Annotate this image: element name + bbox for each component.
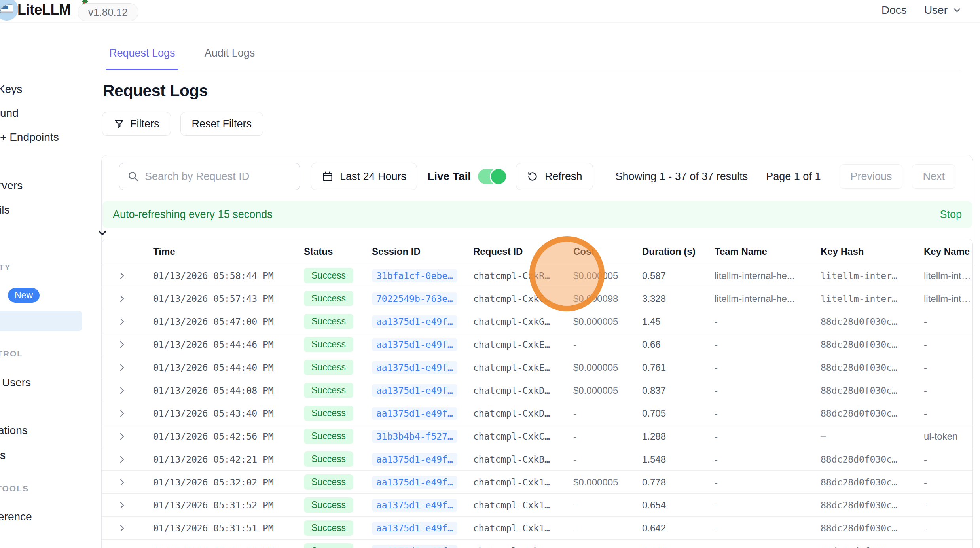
cell-status: Success (297, 383, 364, 398)
table-row[interactable]: 01/13/2026 05:31:52 PM Success aa1375d1-… (102, 494, 972, 517)
sidebar-item-servers[interactable]: rvers (0, 179, 23, 192)
cell-request-id: chatcmpl-CxkE… (467, 339, 566, 350)
sidebar-item-organizations[interactable]: ations (0, 424, 28, 437)
sidebar-item-models-endpoints[interactable]: + Endpoints (0, 131, 59, 144)
search-input[interactable] (145, 171, 287, 183)
sidebar-item-teams[interactable]: s (0, 449, 6, 462)
time-range-button[interactable]: Last 24 Hours (311, 163, 417, 190)
session-id-link[interactable]: aa1375d1-e49f… (372, 338, 457, 351)
column-header-key-name: Key Name (918, 246, 972, 257)
row-expand-button[interactable] (102, 340, 143, 349)
tab-request-logs[interactable]: Request Logs (106, 47, 178, 70)
sidebar-item-internal-users[interactable]: Users (2, 376, 31, 389)
table-row[interactable]: 01/13/2026 05:44:46 PM Success aa1375d1-… (102, 333, 972, 356)
row-expand-button[interactable] (102, 432, 143, 441)
cell-status: Success (297, 268, 364, 283)
sidebar-item-keys[interactable]: Keys (0, 83, 22, 96)
table-row[interactable]: 01/13/2026 05:42:56 PM Success 31b3b4b4-… (102, 425, 972, 448)
sidebar-item-playground[interactable]: und (0, 107, 19, 119)
cell-time: 01/13/2026 05:42:56 PM (143, 431, 297, 442)
sidebar-item-api-reference[interactable]: erence (0, 510, 32, 523)
row-expand-button[interactable] (102, 409, 143, 418)
row-expand-button[interactable] (102, 363, 143, 372)
sidebar-item-logs-selected[interactable] (0, 311, 82, 331)
user-menu[interactable]: User (924, 4, 963, 17)
cell-session-id: aa1375d1-e49f… (364, 384, 467, 397)
filters-button[interactable]: Filters (102, 112, 171, 136)
table-row[interactable]: 01/13/2026 05:44:08 PM Success aa1375d1-… (102, 379, 972, 402)
docs-link[interactable]: Docs (881, 4, 907, 17)
column-header-cost: Cost (566, 246, 633, 257)
chevron-right-icon (117, 386, 127, 395)
status-badge: Success (304, 268, 353, 283)
row-expand-button[interactable] (102, 386, 143, 395)
session-id-link[interactable]: aa1375d1-e49f… (372, 315, 457, 328)
table-body: 01/13/2026 05:58:44 PM Success 31bfa1cf-… (102, 264, 972, 548)
cell-key-hash: 88dc28d0f030c… (815, 546, 918, 548)
cell-request-id: chatcmpl-Cxk1… (467, 523, 566, 533)
cell-cost: - (566, 454, 633, 465)
session-id-link[interactable]: aa1375d1-e49f… (372, 384, 457, 397)
cell-cost: - (566, 339, 633, 350)
table-row[interactable]: 01/13/2026 05:47:00 PM Success aa1375d1-… (102, 310, 972, 333)
row-expand-button[interactable] (102, 546, 143, 548)
user-menu-label: User (924, 4, 948, 17)
reset-filters-button[interactable]: Reset Filters (180, 112, 263, 136)
cell-request-id: chatcmpl-CxkD… (467, 408, 566, 419)
row-expand-button[interactable] (102, 501, 143, 510)
session-id-link[interactable]: aa1375d1-e49f… (372, 545, 457, 548)
cell-key-name: litellm-int… (918, 270, 972, 281)
session-id-link[interactable]: aa1375d1-e49f… (372, 453, 457, 466)
cell-status: Success (297, 474, 364, 490)
search-box[interactable] (119, 163, 300, 190)
table-row[interactable]: 01/13/2026 05:43:40 PM Success aa1375d1-… (102, 402, 972, 425)
refresh-button[interactable]: Refresh (516, 163, 593, 190)
next-page-button[interactable]: Next (912, 164, 955, 189)
session-id-link[interactable]: aa1375d1-e49f… (372, 522, 457, 535)
sidebar-item-guardrails[interactable]: ils (0, 204, 9, 216)
cell-key-name: - (918, 339, 972, 350)
previous-page-button[interactable]: Previous (840, 164, 902, 189)
table-row[interactable]: 01/13/2026 05:42:21 PM Success aa1375d1-… (102, 448, 972, 471)
status-badge: Success (304, 520, 353, 536)
session-id-link[interactable]: 31bfa1cf-0ebe… (372, 269, 457, 282)
cell-team-name: - (708, 431, 815, 442)
sidebar-collapse-chevron-icon[interactable] (97, 227, 108, 239)
session-id-link[interactable]: aa1375d1-e49f… (372, 361, 457, 374)
cell-status: Success (297, 520, 364, 536)
cell-status: Success (297, 360, 364, 375)
cell-team-name: - (708, 546, 815, 548)
row-expand-button[interactable] (102, 455, 143, 464)
row-expand-button[interactable] (102, 478, 143, 487)
status-badge: Success (304, 383, 353, 398)
cell-session-id: aa1375d1-e49f… (364, 522, 467, 535)
table-row[interactable]: 01/13/2026 05:44:40 PM Success aa1375d1-… (102, 356, 972, 379)
sidebar-section-tools: TOOLS (0, 484, 29, 493)
table-row[interactable]: 01/13/2026 05:57:43 PM Success 7022549b-… (102, 287, 972, 310)
cell-session-id: aa1375d1-e49f… (364, 453, 467, 466)
table-row[interactable]: 01/13/2026 05:31:51 PM Success aa1375d1-… (102, 517, 972, 540)
row-expand-button[interactable] (102, 523, 143, 533)
sidebar-section-access-control: TROL (0, 349, 23, 358)
cell-team-name: - (708, 316, 815, 327)
table-row[interactable]: 01/13/2026 05:31:38 PM Success aa1375d1-… (102, 540, 972, 548)
row-expand-button[interactable] (102, 294, 143, 303)
cell-time: 01/13/2026 05:58:44 PM (143, 271, 297, 281)
page-info: Page 1 of 1 (766, 171, 821, 183)
row-expand-button[interactable] (102, 271, 143, 281)
row-expand-button[interactable] (102, 317, 143, 326)
session-id-link[interactable]: 7022549b-763e… (372, 292, 457, 305)
cell-duration: 0.66 (633, 339, 708, 350)
session-id-link[interactable]: 31b3b4b4-f527… (372, 430, 457, 443)
table-row[interactable]: 01/13/2026 05:58:44 PM Success 31bfa1cf-… (102, 264, 972, 287)
cell-team-name: - (708, 523, 815, 534)
session-id-link[interactable]: aa1375d1-e49f… (372, 499, 457, 512)
cell-time: 01/13/2026 05:31:52 PM (143, 500, 297, 510)
tab-audit-logs[interactable]: Audit Logs (201, 47, 258, 70)
live-tail-toggle[interactable] (478, 169, 506, 184)
session-id-link[interactable]: aa1375d1-e49f… (372, 476, 457, 489)
session-id-link[interactable]: aa1375d1-e49f… (372, 407, 457, 420)
table-row[interactable]: 01/13/2026 05:32:02 PM Success aa1375d1-… (102, 471, 972, 494)
stop-auto-refresh-button[interactable]: Stop (940, 209, 962, 221)
cell-team-name: - (708, 385, 815, 396)
